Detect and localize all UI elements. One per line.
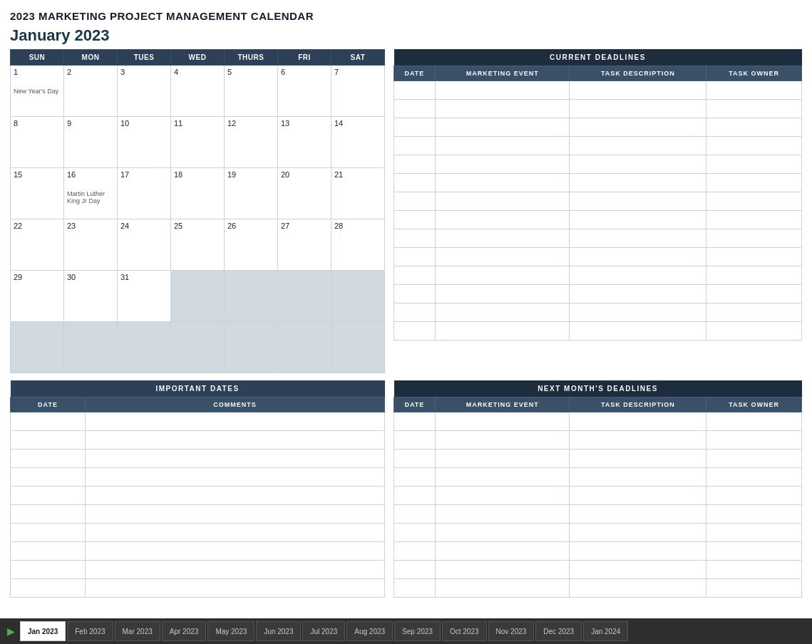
current-deadlines-cell[interactable] (570, 174, 706, 192)
calendar-day-cell[interactable] (278, 322, 332, 373)
current-deadlines-cell[interactable] (570, 303, 706, 322)
important-dates-cell[interactable] (86, 579, 385, 598)
next-deadlines-cell[interactable] (706, 450, 802, 468)
calendar-day-cell[interactable]: 8 (11, 117, 64, 168)
next-deadlines-cell[interactable] (570, 524, 706, 542)
next-deadlines-cell[interactable] (570, 561, 706, 579)
current-deadlines-cell[interactable] (706, 137, 802, 155)
current-deadlines-cell[interactable] (394, 174, 436, 192)
current-deadlines-cell[interactable] (435, 137, 570, 155)
tab-item[interactable]: Sep 2023 (394, 621, 441, 641)
important-dates-cell[interactable] (11, 412, 86, 431)
calendar-day-cell[interactable]: 28 (332, 219, 385, 271)
next-deadlines-cell[interactable] (435, 487, 570, 505)
calendar-day-cell[interactable]: 5 (225, 66, 278, 117)
important-dates-cell[interactable] (86, 524, 385, 542)
next-deadlines-cell[interactable] (394, 579, 436, 598)
tab-item[interactable]: Jan 2024 (583, 621, 628, 641)
tab-item[interactable]: Jun 2023 (256, 621, 301, 641)
current-deadlines-cell[interactable] (570, 322, 706, 341)
calendar-day-cell[interactable] (332, 322, 385, 373)
tab-item[interactable]: May 2023 (207, 621, 255, 641)
calendar-day-cell[interactable]: 22 (11, 219, 64, 271)
important-dates-cell[interactable] (11, 524, 86, 542)
important-dates-cell[interactable] (11, 542, 86, 561)
current-deadlines-cell[interactable] (706, 229, 802, 248)
current-deadlines-cell[interactable] (394, 248, 436, 266)
calendar-day-cell[interactable]: 23 (64, 219, 118, 271)
calendar-day-cell[interactable]: 17 (118, 168, 171, 219)
current-deadlines-cell[interactable] (570, 155, 706, 174)
current-deadlines-cell[interactable] (706, 285, 802, 303)
important-dates-cell[interactable] (11, 468, 86, 487)
current-deadlines-cell[interactable] (570, 266, 706, 285)
current-deadlines-cell[interactable] (435, 229, 570, 248)
current-deadlines-cell[interactable] (394, 303, 436, 322)
next-deadlines-cell[interactable] (570, 412, 706, 431)
next-deadlines-cell[interactable] (435, 542, 570, 561)
calendar-day-cell[interactable]: 9 (64, 117, 118, 168)
current-deadlines-cell[interactable] (435, 118, 570, 137)
current-deadlines-cell[interactable] (570, 192, 706, 211)
next-deadlines-cell[interactable] (435, 431, 570, 450)
calendar-day-cell[interactable] (278, 271, 332, 322)
calendar-day-cell[interactable]: 29 (11, 271, 64, 322)
important-dates-cell[interactable] (11, 487, 86, 505)
calendar-day-cell[interactable] (171, 322, 225, 373)
calendar-day-cell[interactable]: 1New Year's Day (11, 66, 64, 117)
calendar-day-cell[interactable]: 20 (278, 168, 332, 219)
next-deadlines-cell[interactable] (570, 487, 706, 505)
current-deadlines-cell[interactable] (394, 100, 436, 118)
calendar-day-cell[interactable]: 7 (332, 66, 385, 117)
next-deadlines-cell[interactable] (394, 542, 436, 561)
calendar-day-cell[interactable]: 26 (225, 219, 278, 271)
calendar-day-cell[interactable]: 19 (225, 168, 278, 219)
current-deadlines-cell[interactable] (435, 211, 570, 229)
next-deadlines-cell[interactable] (706, 431, 802, 450)
current-deadlines-cell[interactable] (570, 285, 706, 303)
calendar-day-cell[interactable]: 10 (118, 117, 171, 168)
current-deadlines-cell[interactable] (570, 248, 706, 266)
next-deadlines-cell[interactable] (706, 487, 802, 505)
calendar-day-cell[interactable] (225, 322, 278, 373)
calendar-day-cell[interactable]: 31 (118, 271, 171, 322)
calendar-day-cell[interactable]: 30 (64, 271, 118, 322)
important-dates-cell[interactable] (86, 412, 385, 431)
next-deadlines-cell[interactable] (706, 412, 802, 431)
calendar-day-cell[interactable] (225, 271, 278, 322)
current-deadlines-cell[interactable] (394, 137, 436, 155)
important-dates-cell[interactable] (11, 505, 86, 524)
current-deadlines-cell[interactable] (394, 192, 436, 211)
current-deadlines-cell[interactable] (435, 322, 570, 341)
calendar-day-cell[interactable]: 11 (171, 117, 225, 168)
current-deadlines-cell[interactable] (570, 137, 706, 155)
calendar-day-cell[interactable]: 3 (118, 66, 171, 117)
current-deadlines-cell[interactable] (435, 81, 570, 100)
calendar-day-cell[interactable]: 13 (278, 117, 332, 168)
current-deadlines-cell[interactable] (706, 192, 802, 211)
current-deadlines-cell[interactable] (435, 192, 570, 211)
calendar-day-cell[interactable]: 4 (171, 66, 225, 117)
next-deadlines-cell[interactable] (570, 468, 706, 487)
important-dates-cell[interactable] (86, 542, 385, 561)
calendar-day-cell[interactable] (332, 271, 385, 322)
current-deadlines-cell[interactable] (570, 100, 706, 118)
next-deadlines-cell[interactable] (570, 450, 706, 468)
next-deadlines-cell[interactable] (435, 561, 570, 579)
current-deadlines-cell[interactable] (435, 248, 570, 266)
current-deadlines-cell[interactable] (706, 81, 802, 100)
next-deadlines-cell[interactable] (435, 505, 570, 524)
calendar-day-cell[interactable]: 16Martin Luther King Jr Day (64, 168, 118, 219)
current-deadlines-cell[interactable] (706, 266, 802, 285)
calendar-day-cell[interactable] (64, 322, 118, 373)
next-deadlines-cell[interactable] (435, 412, 570, 431)
important-dates-cell[interactable] (86, 468, 385, 487)
tab-item[interactable]: Dec 2023 (535, 621, 582, 641)
next-deadlines-cell[interactable] (706, 468, 802, 487)
next-deadlines-cell[interactable] (394, 412, 436, 431)
next-deadlines-cell[interactable] (394, 561, 436, 579)
next-deadlines-cell[interactable] (570, 431, 706, 450)
calendar-day-cell[interactable]: 2 (64, 66, 118, 117)
current-deadlines-cell[interactable] (435, 303, 570, 322)
current-deadlines-cell[interactable] (394, 155, 436, 174)
